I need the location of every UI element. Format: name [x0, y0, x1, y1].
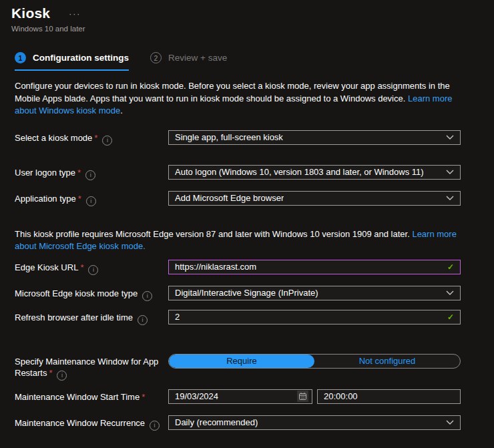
edge-kiosk-mode-type-label: Microsoft Edge kiosk mode type [15, 286, 168, 301]
toggle-option-require[interactable]: Require [169, 355, 314, 368]
calendar-icon[interactable] [297, 391, 308, 402]
step-2-badge: 2 [150, 52, 162, 63]
required-asterisk: * [94, 133, 97, 143]
toggle-option-not-configured[interactable]: Not configured [314, 355, 460, 368]
required-asterisk: * [142, 392, 145, 402]
page-subtitle: Windows 10 and later [11, 24, 461, 33]
required-asterisk: * [49, 368, 52, 378]
tab-review-save-label: Review + save [168, 53, 227, 63]
edge-note-paragraph: This kiosk profile requires Microsoft Ed… [15, 228, 457, 253]
user-logon-type-select[interactable]: Auto logon (Windows 10, version 1803 and… [168, 165, 461, 180]
user-logon-type-value: Auto logon (Windows 10, version 1803 and… [175, 167, 424, 177]
kiosk-mode-row: Select a kiosk mode* Single app, full-sc… [15, 130, 461, 146]
valid-check-icon [447, 312, 454, 322]
edge-kiosk-url-input[interactable]: https://niklasrast.com [168, 260, 461, 274]
edge-kiosk-mode-type-row: Microsoft Edge kiosk mode type Digital/I… [15, 286, 461, 301]
user-logon-type-label: User logon type* [15, 165, 168, 180]
start-clock-input[interactable]: 20:00:00 [317, 389, 461, 404]
recurrence-select[interactable]: Daily (recommended) [168, 415, 461, 430]
application-type-label: Application type* [15, 191, 168, 206]
edge-kiosk-url-row: Edge Kiosk URL* https://niklasrast.com [15, 260, 461, 275]
info-icon[interactable] [85, 170, 95, 180]
recurrence-value: Daily (recommended) [175, 417, 258, 427]
page-header: Kiosk ··· [11, 5, 461, 22]
more-options-button[interactable]: ··· [69, 9, 81, 19]
required-asterisk: * [78, 194, 81, 204]
application-type-select[interactable]: Add Microsoft Edge browser [168, 191, 461, 206]
application-type-row: Application type* Add Microsoft Edge bro… [15, 191, 461, 206]
intro-text: Configure your devices to run in kiosk m… [15, 81, 450, 103]
refresh-idle-time-label: Refresh browser after idle time [15, 310, 168, 325]
start-time-row: Maintenance Window Start Time* 19/03/202… [15, 389, 461, 404]
edge-kiosk-mode-type-select[interactable]: Digital/Interactive Signage (InPrivate) [168, 286, 461, 300]
maintenance-window-row: Specify Maintenance Window for App Resta… [15, 354, 461, 381]
maintenance-window-toggle: Require Not configured [168, 354, 461, 369]
edge-note-text: This kiosk profile requires Microsoft Ed… [15, 229, 412, 239]
edge-kiosk-mode-type-value: Digital/Interactive Signage (InPrivate) [175, 288, 318, 298]
info-icon[interactable] [86, 196, 96, 206]
chevron-down-icon [446, 170, 454, 175]
info-icon[interactable] [142, 291, 152, 301]
kiosk-config-page: Kiosk ··· Windows 10 and later 1 Configu… [0, 0, 494, 431]
kiosk-mode-value: Single app, full-screen kiosk [175, 132, 283, 142]
chevron-down-icon [446, 135, 454, 140]
refresh-idle-time-value: 2 [175, 312, 180, 322]
step-1-badge: 1 [15, 52, 26, 63]
application-type-value: Add Microsoft Edge browser [175, 193, 284, 203]
page-title: Kiosk [11, 5, 50, 22]
tab-configuration-settings-label: Configuration settings [33, 53, 129, 63]
intro-suffix: . [120, 105, 123, 116]
refresh-idle-time-input[interactable]: 2 [168, 310, 461, 324]
info-icon[interactable] [150, 421, 160, 431]
intro-paragraph: Configure your devices to run in kiosk m… [15, 80, 457, 118]
info-icon[interactable] [88, 265, 98, 275]
info-icon[interactable] [57, 371, 67, 381]
user-logon-type-row: User logon type* Auto logon (Windows 10,… [15, 165, 461, 180]
wizard-tabs: 1 Configuration settings 2 Review + save [15, 52, 461, 71]
tab-configuration-settings[interactable]: 1 Configuration settings [15, 52, 129, 71]
start-date-value: 19/03/2024 [175, 391, 218, 401]
start-date-input[interactable]: 19/03/2024 [168, 389, 312, 404]
kiosk-mode-select[interactable]: Single app, full-screen kiosk [168, 130, 461, 145]
recurrence-label: Maintenance Window Recurrence [15, 415, 168, 431]
chevron-down-icon [446, 196, 454, 201]
required-asterisk: * [80, 262, 83, 272]
edge-kiosk-url-label: Edge Kiosk URL* [15, 260, 168, 275]
maintenance-window-label: Specify Maintenance Window for App Resta… [15, 354, 168, 381]
valid-check-icon [447, 262, 454, 272]
info-icon[interactable] [102, 136, 112, 146]
edge-kiosk-url-value: https://niklasrast.com [175, 262, 256, 272]
required-asterisk: * [77, 168, 81, 178]
start-clock-value: 20:00:00 [324, 391, 358, 401]
refresh-idle-time-row: Refresh browser after idle time 2 [15, 310, 461, 325]
chevron-down-icon [446, 420, 454, 425]
recurrence-row: Maintenance Window Recurrence Daily (rec… [15, 415, 461, 431]
kiosk-mode-label: Select a kiosk mode* [15, 130, 168, 146]
tab-review-save[interactable]: 2 Review + save [150, 52, 227, 71]
info-icon[interactable] [138, 315, 148, 325]
chevron-down-icon [446, 290, 454, 296]
start-time-label: Maintenance Window Start Time* [15, 389, 168, 403]
